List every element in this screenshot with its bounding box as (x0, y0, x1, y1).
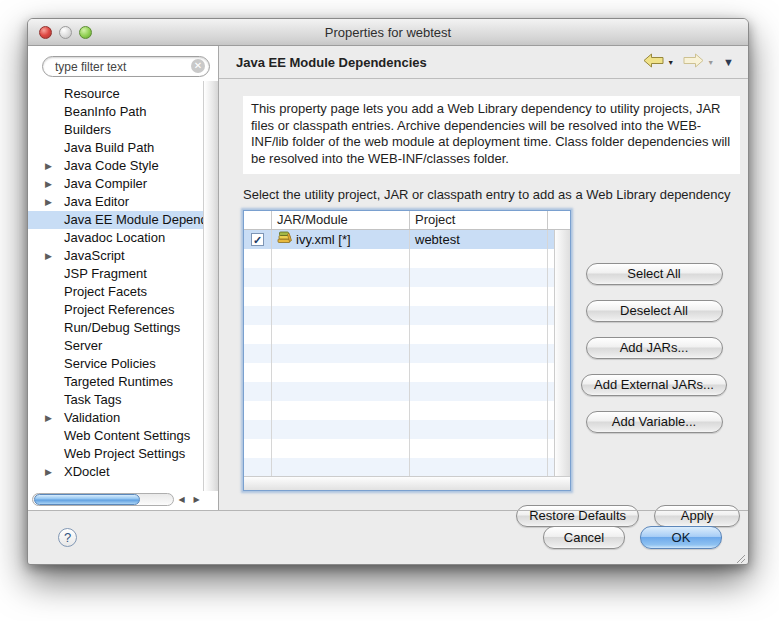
help-icon[interactable]: ? (58, 528, 77, 547)
table-actions: Select All Deselect All Add JARs... Add … (581, 263, 727, 491)
sidebar-item-project-facets[interactable]: Project Facets (28, 283, 203, 301)
sidebar-item-javascript[interactable]: ▶JavaScript (28, 247, 203, 265)
sidebar-vertical-scrollbar[interactable] (203, 81, 218, 491)
sidebar-item-server[interactable]: Server (28, 337, 203, 355)
add-external-jars-button[interactable]: Add External JARs... (581, 374, 727, 396)
dependencies-table[interactable]: JAR/Module Project ✓ (243, 210, 571, 491)
sidebar-item-java-compiler[interactable]: ▶Java Compiler (28, 175, 203, 193)
sidebar-item-web-project-settings[interactable]: Web Project Settings (28, 445, 203, 463)
expand-arrow-icon[interactable]: ▶ (45, 409, 52, 427)
sidebar-item-resource[interactable]: Resource (28, 85, 203, 103)
project-cell: webtest (410, 230, 548, 249)
cancel-button[interactable]: Cancel (543, 526, 625, 549)
main-content: Java EE Module Dependencies ▼ ▼ ▼ This p… (219, 46, 748, 510)
dialog-footer: ? Cancel OK (28, 510, 748, 564)
sidebar-item-project-references[interactable]: Project References (28, 301, 203, 319)
zoom-button-icon[interactable] (79, 26, 92, 39)
scroll-left-icon[interactable]: ◀ (174, 492, 189, 507)
page-description: This property page lets you add a Web Li… (243, 96, 740, 174)
expand-arrow-icon[interactable]: ▶ (45, 157, 52, 175)
filter-input[interactable] (42, 56, 210, 77)
preferences-tree: Resource BeanInfo Path Builders Java Bui… (28, 81, 218, 491)
table-horizontal-scrollbar[interactable] (244, 476, 570, 490)
deselect-all-button[interactable]: Deselect All (586, 300, 723, 322)
jar-module-cell: ivy.xml [*] (296, 232, 351, 247)
forward-dropdown-icon[interactable]: ▼ (707, 59, 714, 66)
sidebar-item-builders[interactable]: Builders (28, 121, 203, 139)
expand-arrow-icon[interactable]: ▶ (45, 193, 52, 211)
expand-arrow-icon[interactable]: ▶ (45, 175, 52, 193)
preferences-sidebar: ✕ Resource BeanInfo Path Builders Java B… (28, 46, 219, 510)
scrollbar-thumb[interactable] (34, 494, 140, 505)
titlebar[interactable]: Properties for webtest (28, 19, 748, 46)
row-checkbox[interactable]: ✓ (251, 233, 264, 246)
add-variable-button[interactable]: Add Variable... (586, 411, 723, 433)
minimize-button-icon[interactable] (59, 26, 72, 39)
back-dropdown-icon[interactable]: ▼ (667, 59, 674, 66)
project-column-header[interactable]: Project (410, 211, 548, 229)
table-row[interactable]: ✓ (244, 230, 570, 249)
table-vertical-scrollbar[interactable] (554, 230, 570, 476)
sidebar-item-web-content-settings[interactable]: Web Content Settings (28, 427, 203, 445)
sidebar-item-jsp-fragment[interactable]: JSP Fragment (28, 265, 203, 283)
properties-dialog: Properties for webtest ✕ Resource BeanIn… (27, 18, 749, 565)
table-header: JAR/Module Project (244, 211, 570, 230)
select-all-button[interactable]: Select All (586, 263, 723, 285)
page-header: Java EE Module Dependencies ▼ ▼ ▼ (219, 46, 748, 79)
back-arrow-icon[interactable] (643, 53, 664, 72)
close-button-icon[interactable] (39, 26, 52, 39)
sidebar-item-validation[interactable]: ▶Validation (28, 409, 203, 427)
sidebar-horizontal-scrollbar[interactable] (32, 493, 174, 506)
sidebar-item-task-tags[interactable]: Task Tags (28, 391, 203, 409)
clear-filter-icon[interactable]: ✕ (191, 59, 205, 73)
ok-button[interactable]: OK (640, 526, 722, 549)
scroll-right-icon[interactable]: ▶ (189, 492, 204, 507)
sidebar-item-java-build-path[interactable]: Java Build Path (28, 139, 203, 157)
sidebar-item-run-debug-settings[interactable]: Run/Debug Settings (28, 319, 203, 337)
window-title: Properties for webtest (325, 25, 451, 40)
sidebar-item-java-ee-module-dependencies[interactable]: Java EE Module Dependencies (28, 211, 203, 229)
resize-grip[interactable] (734, 550, 746, 562)
sidebar-item-java-editor[interactable]: ▶Java Editor (28, 193, 203, 211)
sidebar-item-beaninfo-path[interactable]: BeanInfo Path (28, 103, 203, 121)
window-controls (39, 26, 92, 39)
add-jars-button[interactable]: Add JARs... (586, 337, 723, 359)
sidebar-item-targeted-runtimes[interactable]: Targeted Runtimes (28, 373, 203, 391)
view-menu-icon[interactable]: ▼ (723, 56, 734, 68)
expand-arrow-icon[interactable]: ▶ (45, 463, 52, 481)
sidebar-item-xdoclet[interactable]: ▶XDoclet (28, 463, 203, 481)
page-title: Java EE Module Dependencies (236, 55, 643, 70)
sidebar-item-service-policies[interactable]: Service Policies (28, 355, 203, 373)
forward-arrow-icon[interactable] (683, 53, 704, 72)
sidebar-item-java-code-style[interactable]: ▶Java Code Style (28, 157, 203, 175)
expand-arrow-icon[interactable]: ▶ (45, 247, 52, 265)
web-library-icon (277, 231, 292, 247)
checkbox-column-header[interactable] (244, 211, 272, 229)
jar-module-column-header[interactable]: JAR/Module (272, 211, 410, 229)
select-entry-label: Select the utility project, JAR or class… (243, 187, 740, 202)
sidebar-item-javadoc-location[interactable]: Javadoc Location (28, 229, 203, 247)
